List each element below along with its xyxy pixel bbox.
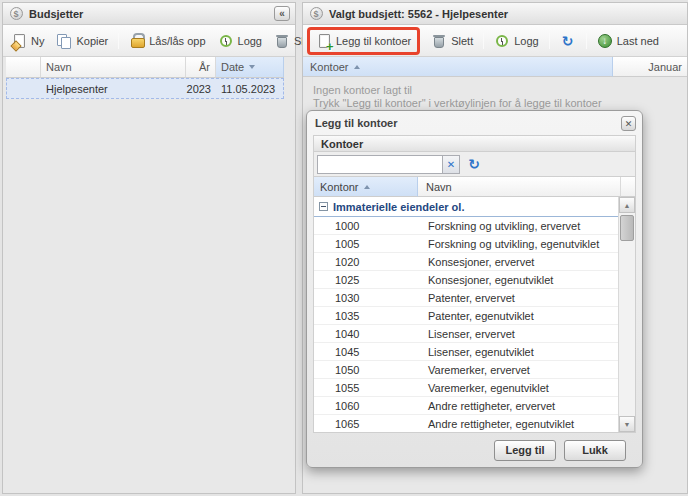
toolbar-separator [483, 33, 484, 49]
trash-icon [274, 33, 290, 49]
download-icon: ↓ [597, 33, 613, 49]
copy-icon [56, 33, 72, 49]
table-row[interactable]: 1050 Varemerker, ervervet [314, 361, 618, 379]
scroll-up-button[interactable]: ▲ [619, 197, 635, 213]
history-icon [218, 33, 234, 49]
sort-asc-icon [354, 65, 360, 69]
download-button[interactable]: ↓ Last ned [593, 31, 663, 51]
scrollbar[interactable]: ▲ ▼ [618, 197, 635, 432]
table-row[interactable]: 1035 Patenter, egenutviklet [314, 307, 618, 325]
toolbar-separator [586, 33, 587, 49]
budgets-panel: $ Budsjetter « Ny Kopier Lås/lås opp Log… [2, 2, 296, 494]
budget-row-selected[interactable]: Hjelpesenter 2023 11.05.2023 [6, 78, 284, 99]
account-list: 1000 Forskning og utvikling, ervervet 10… [314, 217, 618, 433]
dialog-titlebar[interactable]: Legg til kontoer [307, 111, 642, 135]
column-header-ar[interactable]: År [186, 57, 216, 78]
cell-kontonr: 1030 [314, 289, 418, 306]
table-row[interactable]: 1030 Patenter, ervervet [314, 289, 618, 307]
cell-navn: Forskning og utvikling, egenutviklet [418, 235, 618, 252]
cell-kontonr: 1060 [314, 397, 418, 414]
search-field: ✕ [317, 155, 460, 174]
dialog-title: Legg til kontoer [315, 117, 398, 129]
add-accounts-button[interactable]: Legg til kontoer [315, 31, 412, 51]
column-header-navn[interactable]: Navn [41, 57, 186, 78]
column-header-date[interactable]: Date [216, 57, 284, 78]
column-header-kontoer[interactable]: Kontoer [303, 57, 613, 77]
new-button[interactable]: Ny [7, 31, 48, 51]
budgets-grid-header: Navn År Date [6, 57, 284, 78]
annotation-highlight: Legg til kontoer [307, 27, 420, 55]
toolbar-separator [549, 33, 550, 49]
clear-icon: ✕ [447, 159, 455, 170]
cell-kontonr: 1050 [314, 361, 418, 378]
refresh-button[interactable]: ↻ [556, 31, 580, 51]
cell-kontonr: 1035 [314, 307, 418, 324]
empty-message-line2: Trykk "Legg til kontoer" i verktøylinjen… [313, 97, 677, 110]
trash-icon [431, 33, 447, 49]
group-label: Immaterielle eiendeler ol. [333, 201, 464, 213]
cell-navn: Forskning og utvikling, ervervet [418, 217, 618, 234]
table-row[interactable]: 1060 Andre rettigheter, ervervet [314, 397, 618, 415]
accounts-section-header: Kontoer [313, 135, 636, 152]
table-row[interactable]: 1000 Forskning og utvikling, ervervet [314, 217, 618, 235]
clear-search-button[interactable]: ✕ [442, 156, 459, 173]
copy-button[interactable]: Kopier [52, 31, 112, 51]
column-header-navn[interactable]: Navn [418, 177, 621, 197]
toolbar-separator [118, 33, 119, 49]
add-document-icon [316, 33, 332, 49]
table-row[interactable]: 1065 Andre rettigheter, egenutviklet [314, 415, 618, 433]
table-row[interactable]: 1020 Konsesjoner, ervervet [314, 253, 618, 271]
search-input[interactable] [318, 156, 442, 173]
budgets-grid: Navn År Date Hjelpesenter 2023 11.05.202… [6, 57, 284, 99]
table-row[interactable]: 1045 Lisenser, egenutviklet [314, 343, 618, 361]
accounts-toolbar: Legg til kontoer Slett Logg ↻ ↓ Last ned [303, 25, 687, 57]
dialog-body: Kontoer ✕ ↻ Kontonr Navn Immaterielle [313, 135, 636, 467]
lock-unlock-button[interactable]: Lås/lås opp [125, 31, 209, 51]
table-row[interactable]: 1025 Konsesjoner, egenutviklet [314, 271, 618, 289]
add-accounts-dialog: Legg til kontoer ✕ Kontoer ✕ ↻ Kontonr N… [306, 110, 643, 468]
table-row[interactable]: 1055 Varemerker, egenutviklet [314, 379, 618, 397]
column-header-blank[interactable] [6, 57, 41, 78]
table-row[interactable]: 1005 Forskning og utvikling, egenutvikle… [314, 235, 618, 253]
close-dialog-button[interactable]: ✕ [621, 116, 636, 131]
collapse-left-icon: « [279, 8, 285, 19]
log-button[interactable]: Logg [490, 31, 542, 51]
dialog-grid-header: Kontonr Navn [313, 177, 636, 197]
cell-navn: Lisenser, ervervet [418, 325, 618, 342]
close-icon: ✕ [625, 119, 633, 129]
column-header-kontonr[interactable]: Kontonr [314, 177, 418, 197]
collapse-group-icon[interactable] [319, 202, 328, 211]
budgets-toolbar: Ny Kopier Lås/lås opp Logg Slett ↻ [3, 25, 295, 57]
cell-navn: Hjelpesenter [41, 79, 186, 98]
cell-navn: Lisenser, egenutviklet [418, 343, 618, 360]
budget-coin-icon: $ [8, 6, 24, 22]
group-row[interactable]: Immaterielle eiendeler ol. [314, 197, 618, 217]
cell-kontonr: 1005 [314, 235, 418, 252]
close-button[interactable]: Lukk [564, 440, 626, 461]
cell-navn: Varemerker, ervervet [418, 361, 618, 378]
cell-kontonr: 1020 [314, 253, 418, 270]
search-row: ✕ ↻ [313, 152, 636, 177]
log-button[interactable]: Logg [214, 31, 266, 51]
scroll-down-button[interactable]: ▼ [619, 416, 635, 432]
column-header-januar[interactable]: Januar [613, 57, 687, 77]
scroll-thumb[interactable] [620, 215, 634, 241]
refresh-button[interactable]: ↻ [466, 156, 482, 172]
cell-navn: Andre rettigheter, egenutviklet [418, 415, 618, 432]
lock-icon [129, 33, 145, 49]
cell-navn: Konsesjoner, ervervet [418, 253, 618, 270]
budgets-panel-header: $ Budsjetter « [3, 3, 295, 25]
dialog-footer: Legg til Lukk [313, 433, 636, 467]
cell-navn: Andre rettigheter, ervervet [418, 397, 618, 414]
sort-asc-icon [364, 185, 370, 189]
collapse-panel-button[interactable]: « [274, 6, 290, 21]
accounts-grid-header: Kontoer Januar [303, 57, 687, 77]
sort-desc-icon [249, 65, 255, 69]
cell-blank [7, 79, 41, 98]
cell-kontonr: 1045 [314, 343, 418, 360]
table-row[interactable]: 1040 Lisenser, ervervet [314, 325, 618, 343]
delete-button[interactable]: Slett [427, 31, 477, 51]
cell-navn: Patenter, egenutviklet [418, 307, 618, 324]
add-button[interactable]: Legg til [494, 440, 556, 461]
refresh-icon: ↻ [560, 33, 576, 49]
